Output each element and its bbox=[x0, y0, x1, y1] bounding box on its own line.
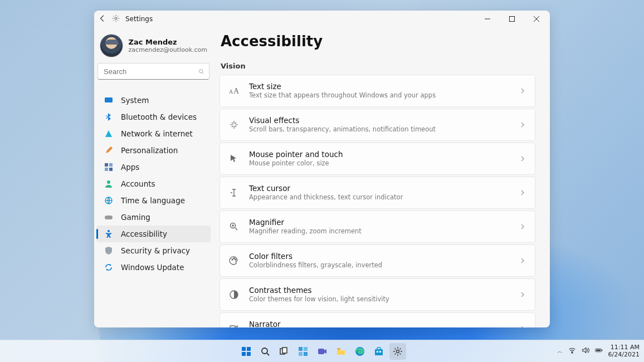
tray-overflow-button[interactable]: ︿ bbox=[557, 348, 563, 355]
volume-icon[interactable] bbox=[582, 346, 589, 356]
user-email: zacmendez@outlook.com bbox=[129, 46, 207, 53]
svg-rect-36 bbox=[377, 351, 378, 353]
sidebar-item-label: Accounts bbox=[121, 179, 155, 188]
taskbar: ︿ 11:11 AM 6/24/2021 bbox=[0, 340, 644, 362]
nav-list: System Bluetooth & devices Network & int… bbox=[94, 92, 213, 276]
chevron-right-icon bbox=[519, 121, 526, 128]
clock[interactable]: 11:11 AM 6/24/2021 bbox=[608, 344, 640, 358]
settings-button[interactable] bbox=[389, 343, 406, 360]
svg-rect-28 bbox=[304, 347, 308, 351]
sidebar-item-network[interactable]: Network & internet bbox=[96, 125, 211, 142]
svg-rect-7 bbox=[109, 168, 113, 171]
battery-icon[interactable] bbox=[595, 346, 603, 356]
start-button[interactable] bbox=[238, 343, 255, 360]
chevron-right-icon bbox=[519, 87, 526, 94]
svg-rect-27 bbox=[299, 347, 303, 351]
svg-rect-4 bbox=[105, 163, 108, 167]
card-visual-effects[interactable]: Visual effects Scroll bars, transparency… bbox=[219, 109, 535, 141]
card-title: Color filters bbox=[249, 252, 519, 261]
svg-point-15 bbox=[232, 259, 233, 260]
avatar bbox=[100, 34, 123, 57]
sidebar-item-label: System bbox=[121, 96, 149, 105]
systray: ︿ 11:11 AM 6/24/2021 bbox=[557, 344, 640, 358]
apps-icon bbox=[104, 163, 113, 172]
display-icon bbox=[104, 96, 113, 105]
card-text-cursor[interactable]: Text cursor Appearance and thickness, te… bbox=[219, 177, 535, 209]
sidebar-item-bluetooth[interactable]: Bluetooth & devices bbox=[96, 109, 211, 125]
svg-point-11 bbox=[108, 230, 110, 232]
sidebar-item-label: Bluetooth & devices bbox=[121, 112, 197, 121]
svg-rect-37 bbox=[379, 351, 381, 353]
card-color-filters[interactable]: Color filters Colorblindness filters, gr… bbox=[219, 244, 535, 277]
svg-rect-21 bbox=[247, 347, 251, 351]
card-desc: Appearance and thickness, text cursor in… bbox=[249, 193, 519, 201]
user-block[interactable]: Zac Mendez zacmendez@outlook.com bbox=[94, 32, 213, 63]
sidebar-item-update[interactable]: Windows Update bbox=[96, 259, 211, 276]
sidebar-item-time[interactable]: Time & language bbox=[96, 192, 211, 209]
widgets-button[interactable] bbox=[295, 343, 311, 360]
teams-button[interactable] bbox=[314, 343, 330, 360]
sidebar-item-gaming[interactable]: Gaming bbox=[96, 209, 211, 226]
chevron-right-icon bbox=[519, 325, 526, 327]
maximize-button[interactable] bbox=[500, 11, 524, 27]
sidebar-item-personalization[interactable]: Personalization bbox=[96, 142, 211, 159]
store-button[interactable] bbox=[370, 343, 387, 360]
svg-point-24 bbox=[262, 348, 267, 354]
page-title: Accessibility bbox=[221, 33, 535, 50]
pointer-icon bbox=[229, 154, 239, 164]
svg-rect-3 bbox=[105, 97, 113, 102]
card-desc: Scroll bars, transparency, animations, n… bbox=[249, 125, 519, 133]
sidebar-item-label: Gaming bbox=[121, 213, 150, 222]
sidebar-item-security[interactable]: Security & privacy bbox=[96, 242, 211, 259]
card-title: Text cursor bbox=[249, 184, 519, 193]
sidebar-item-label: Personalization bbox=[121, 146, 178, 155]
section-label-vision: Vision bbox=[221, 62, 535, 70]
explorer-button[interactable] bbox=[333, 343, 349, 360]
minimize-button[interactable] bbox=[475, 11, 500, 27]
svg-rect-5 bbox=[109, 163, 113, 167]
card-narrator[interactable]: Narrator Voice, verbosity, keyboard, bra… bbox=[219, 312, 535, 327]
sidebar-item-system[interactable]: System bbox=[96, 92, 211, 109]
svg-rect-41 bbox=[601, 350, 602, 351]
card-mouse-pointer[interactable]: Mouse pointer and touch Mouse pointer co… bbox=[219, 143, 535, 175]
sidebar-item-label: Time & language bbox=[121, 196, 185, 205]
svg-rect-22 bbox=[242, 352, 246, 356]
accessibility-icon bbox=[104, 229, 113, 238]
gamepad-icon bbox=[104, 213, 113, 222]
search-icon bbox=[198, 68, 204, 75]
card-contrast-themes[interactable]: Contrast themes Color themes for low vis… bbox=[219, 278, 535, 311]
titlebar: Settings bbox=[94, 11, 550, 27]
chevron-right-icon bbox=[519, 291, 526, 298]
card-title: Visual effects bbox=[249, 116, 519, 125]
search-button[interactable] bbox=[257, 343, 274, 360]
clock-time: 11:11 AM bbox=[608, 344, 640, 351]
svg-text:A: A bbox=[233, 87, 239, 95]
search-box[interactable] bbox=[97, 63, 209, 80]
globe-icon bbox=[104, 196, 113, 205]
sidebar-item-accessibility[interactable]: Accessibility bbox=[96, 226, 211, 242]
settings-icon bbox=[112, 14, 120, 24]
card-desc: Mouse pointer color, size bbox=[249, 159, 519, 167]
card-title: Magnifier bbox=[249, 218, 519, 227]
card-magnifier[interactable]: Magnifier Magnifier reading, zoom increm… bbox=[219, 211, 535, 243]
sidebar-item-label: Windows Update bbox=[121, 263, 184, 272]
svg-text:A: A bbox=[229, 89, 233, 95]
svg-rect-6 bbox=[105, 168, 108, 171]
sidebar-item-label: Network & internet bbox=[121, 129, 193, 138]
card-desc: Colorblindness filters, grayscale, inver… bbox=[249, 261, 519, 269]
sidebar-item-apps[interactable]: Apps bbox=[96, 159, 211, 175]
task-view-button[interactable] bbox=[276, 343, 292, 360]
svg-rect-20 bbox=[242, 347, 246, 351]
sidebar: Zac Mendez zacmendez@outlook.com System … bbox=[94, 27, 213, 327]
chevron-right-icon bbox=[519, 257, 526, 264]
sidebar-item-accounts[interactable]: Accounts bbox=[96, 175, 211, 192]
edge-button[interactable] bbox=[352, 343, 368, 360]
person-icon bbox=[104, 179, 113, 188]
back-button[interactable] bbox=[99, 14, 106, 24]
close-button[interactable] bbox=[524, 11, 549, 27]
card-text-size[interactable]: AA Text size Text size that appears thro… bbox=[219, 75, 535, 107]
search-input[interactable] bbox=[103, 67, 198, 76]
wifi-icon[interactable] bbox=[568, 346, 576, 356]
svg-point-17 bbox=[235, 259, 236, 260]
update-icon bbox=[104, 263, 113, 272]
